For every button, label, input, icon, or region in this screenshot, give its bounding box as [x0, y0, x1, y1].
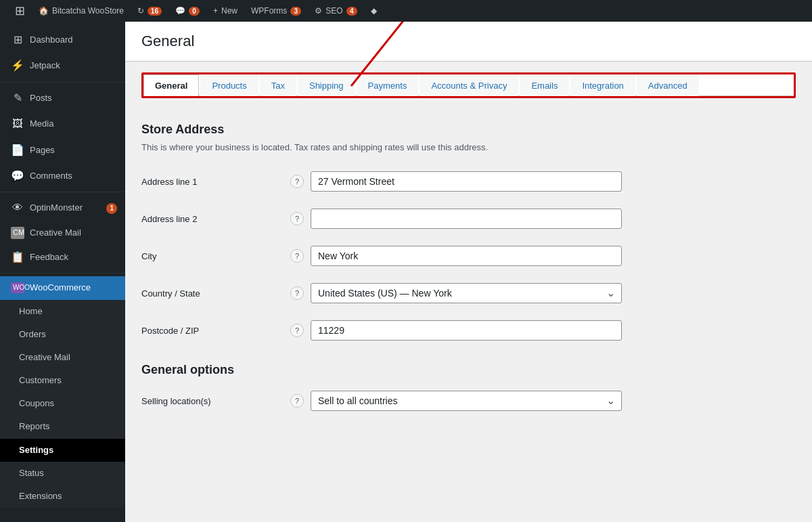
tab-payments[interactable]: Payments: [357, 74, 419, 96]
content-area: General General Products Tax Shipping Pa…: [125, 22, 812, 522]
city-label: City: [141, 251, 156, 261]
dashboard-icon: ⊞: [11, 32, 24, 47]
sidebar-sub-coupons[interactable]: Coupons: [0, 392, 125, 415]
selling-locations-select[interactable]: Sell to all countries: [311, 391, 622, 411]
sidebar-sub-status[interactable]: Status: [0, 462, 125, 485]
postcode-input[interactable]: [311, 320, 622, 341]
address2-input[interactable]: [311, 209, 622, 229]
sidebar-divider-2: [0, 192, 125, 192]
page-title: General: [141, 32, 796, 50]
address2-label: Address line 2: [141, 214, 197, 224]
sidebar: ⊞ Dashboard ⚡ Jetpack ✎ Posts 🖼 Media 📄 …: [0, 22, 125, 522]
sidebar-sub-settings[interactable]: Settings: [0, 439, 125, 462]
address1-label: Address line 1: [141, 177, 197, 187]
admin-bar-wp-logo[interactable]: ⊞: [8, 0, 32, 22]
sidebar-item-optinmonster[interactable]: 👁 OptinMonster 1: [0, 195, 125, 221]
country-state-select-wrapper: United States (US) — New York: [311, 283, 622, 303]
city-row: City ?: [141, 238, 796, 275]
sidebar-item-pages[interactable]: 📄 Pages: [0, 137, 125, 163]
sidebar-item-feedback[interactable]: 📋 Feedback: [0, 244, 125, 270]
sidebar-item-posts[interactable]: ✎ Posts: [0, 85, 125, 111]
settings-tabs: General Products Tax Shipping Payments A…: [143, 74, 794, 96]
admin-bar-site-name[interactable]: 🏠 Bitcatcha WooStore: [32, 0, 131, 22]
tab-accounts-privacy[interactable]: Accounts & Privacy: [420, 74, 518, 96]
sidebar-item-comments[interactable]: 💬 Comments: [0, 163, 125, 189]
postcode-row: Postcode / ZIP ?: [141, 312, 796, 349]
tab-integration[interactable]: Integration: [570, 74, 635, 96]
store-address-title: Store Address: [141, 109, 796, 142]
tab-general[interactable]: General: [143, 74, 199, 96]
address1-field-row: ?: [290, 171, 796, 192]
city-input[interactable]: [311, 246, 622, 266]
feedback-icon: 📋: [11, 250, 24, 265]
sidebar-sub-creative-mail[interactable]: Creative Mail: [0, 346, 125, 369]
selling-locations-select-wrapper: Sell to all countries: [311, 391, 622, 411]
selling-locations-field-row: ? Sell to all countries: [290, 391, 796, 411]
admin-bar-misc[interactable]: ◆: [364, 0, 384, 22]
country-state-select[interactable]: United States (US) — New York: [311, 283, 622, 303]
address1-help[interactable]: ?: [290, 175, 304, 188]
sidebar-sub-orders[interactable]: Orders: [0, 323, 125, 346]
admin-bar: ⊞ 🏠 Bitcatcha WooStore ↻ 16 💬 0 + New WP…: [0, 0, 812, 22]
sidebar-sub-extensions[interactable]: Extensions: [0, 485, 125, 508]
country-state-field-row: ? United States (US) — New York: [290, 283, 796, 303]
selling-locations-label: Selling location(s): [141, 396, 211, 406]
media-icon: 🖼: [11, 116, 24, 131]
admin-bar-comments[interactable]: 💬 0: [168, 0, 206, 22]
general-options-title: General options: [141, 349, 796, 383]
optinmonster-icon: 👁: [11, 200, 24, 215]
address2-field-row: ?: [290, 209, 796, 229]
tab-emails[interactable]: Emails: [520, 74, 569, 96]
sidebar-item-woocommerce[interactable]: WOO WooCommerce: [0, 276, 125, 299]
postcode-help[interactable]: ?: [290, 324, 304, 337]
city-field-row: ?: [290, 246, 796, 266]
address2-help[interactable]: ?: [290, 212, 304, 225]
sidebar-item-jetpack[interactable]: ⚡ Jetpack: [0, 53, 125, 79]
selling-locations-help[interactable]: ?: [290, 394, 304, 408]
country-state-help[interactable]: ?: [290, 286, 304, 300]
sidebar-divider-1: [0, 82, 125, 83]
city-help[interactable]: ?: [290, 249, 304, 263]
tab-tax[interactable]: Tax: [260, 74, 296, 96]
creative-mail-icon: CM: [11, 227, 24, 238]
tab-advanced[interactable]: Advanced: [637, 74, 699, 96]
tab-shipping[interactable]: Shipping: [298, 74, 355, 96]
country-state-label: Country / State: [141, 288, 200, 299]
address2-row: Address line 2 ?: [141, 200, 796, 238]
comments-icon: 💬: [11, 169, 24, 183]
admin-bar-wpforms[interactable]: WPForms 3: [244, 0, 308, 22]
woocommerce-submenu: Home Orders Creative Mail Customers Coup…: [0, 300, 125, 508]
country-state-row: Country / State ? United States (US) — N…: [141, 275, 796, 312]
page-header: General: [125, 22, 812, 62]
address1-input[interactable]: [311, 171, 622, 192]
sidebar-sub-home[interactable]: Home: [0, 300, 125, 323]
jetpack-icon: ⚡: [11, 58, 24, 73]
admin-bar-updates[interactable]: ↻ 16: [131, 0, 168, 22]
store-address-table: Address line 1 ? Address line 2 ?: [141, 163, 796, 349]
admin-bar-new[interactable]: + New: [206, 0, 244, 22]
postcode-label: Postcode / ZIP: [141, 326, 199, 336]
woocommerce-icon: WOO: [11, 282, 24, 293]
sidebar-divider-3: [0, 273, 125, 274]
sidebar-sub-reports[interactable]: Reports: [0, 415, 125, 438]
admin-bar-seo[interactable]: ⚙ SEO 4: [308, 0, 363, 22]
sidebar-sub-customers[interactable]: Customers: [0, 369, 125, 392]
address1-row: Address line 1 ?: [141, 163, 796, 200]
pages-icon: 📄: [11, 143, 24, 158]
settings-content: Store Address This is where your busines…: [125, 109, 812, 436]
general-options-table: Selling location(s) ? Sell to all countr…: [141, 383, 796, 420]
sidebar-item-media[interactable]: 🖼 Media: [0, 111, 125, 137]
sidebar-item-creative-mail[interactable]: CM Creative Mail: [0, 221, 125, 244]
sidebar-item-dashboard[interactable]: ⊞ Dashboard: [0, 27, 125, 53]
store-address-desc: This is where your business is located. …: [141, 142, 796, 152]
postcode-field-row: ?: [290, 320, 796, 341]
posts-icon: ✎: [11, 91, 24, 106]
selling-locations-row: Selling location(s) ? Sell to all countr…: [141, 383, 796, 420]
tab-products[interactable]: Products: [200, 74, 258, 96]
